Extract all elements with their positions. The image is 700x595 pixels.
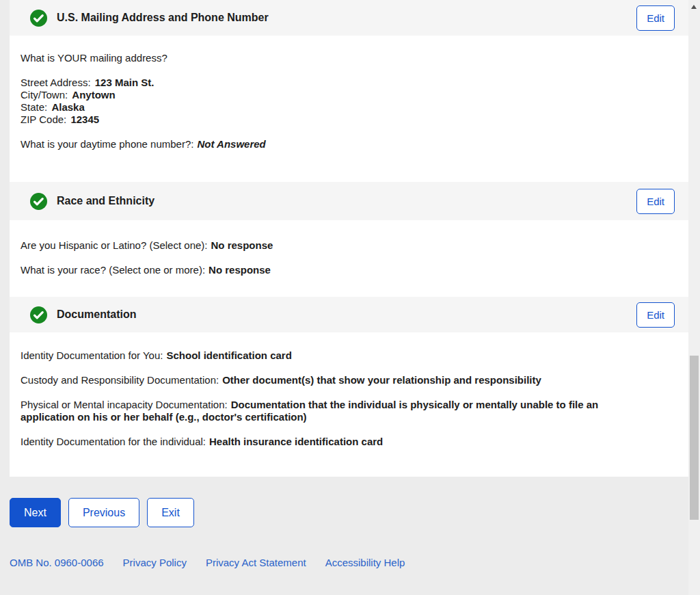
qa-label: Physical or Mental incapacity Documentat… [21, 399, 228, 410]
section-title: U.S. Mailing Address and Phone Number [57, 12, 269, 24]
privacy-policy-link[interactable]: Privacy Policy [123, 557, 187, 568]
qa-label: Street Address: [21, 77, 91, 88]
section-documentation: Documentation Edit Identity Documentatio… [10, 297, 688, 477]
edit-race-ethnicity-button[interactable]: Edit [636, 189, 675, 214]
complete-check-icon [30, 306, 47, 323]
form-navigation: Next Previous Exit [10, 498, 688, 527]
qa-value-not-answered: Not Answered [197, 138, 265, 150]
race-row: What is your race? (Select one or more):… [21, 264, 668, 276]
address-line: Street Address: 123 Main St. [21, 77, 668, 89]
qa-label: State: [21, 101, 47, 113]
scrollbar-track[interactable] [688, 0, 700, 595]
qa-label: Identity Documentation for the individua… [21, 436, 206, 447]
complete-check-icon [30, 193, 47, 210]
qa-value: No response [208, 264, 271, 276]
qa-value: No response [211, 239, 273, 251]
qa-value: Alaska [51, 101, 84, 113]
accessibility-help-link[interactable]: Accessibility Help [325, 557, 405, 568]
previous-button[interactable]: Previous [68, 498, 139, 527]
hispanic-latino-row: Are you Hispanic or Latino? (Select one)… [21, 239, 668, 252]
address-line: State: Alaska [21, 101, 668, 114]
section-body-documentation: Identity Documentation for You:School id… [10, 332, 688, 477]
qa-value: School identification card [166, 349, 291, 361]
page-footer: OMB No. 0960-0066 Privacy Policy Privacy… [10, 557, 688, 568]
incapacity-doc-row: Physical or Mental incapacity Documentat… [21, 399, 650, 423]
identity-doc-you-row: Identity Documentation for You:School id… [21, 349, 650, 362]
complete-check-icon [30, 10, 47, 27]
exit-button[interactable]: Exit [147, 498, 194, 527]
phone-number-row: What is your daytime phone number?:Not A… [21, 138, 668, 150]
edit-documentation-button[interactable]: Edit [636, 302, 675, 328]
scroll-up-arrow-icon[interactable] [691, 5, 697, 9]
identity-doc-individual-row: Identity Documentation for the individua… [21, 436, 650, 448]
qa-value: Other document(s) that show your relatio… [222, 374, 541, 386]
qa-label: City/Town: [21, 89, 68, 101]
qa-label: What is your race? (Select one or more): [21, 264, 205, 276]
qa-value: 12345 [70, 114, 99, 125]
qa-value: Anytown [72, 89, 115, 101]
review-page-content: U.S. Mailing Address and Phone Number Ed… [10, 0, 688, 568]
section-header-race-ethnicity: Race and Ethnicity Edit [10, 182, 688, 220]
omb-number: OMB No. 0960-0066 [10, 557, 104, 568]
edit-mailing-address-button[interactable]: Edit [636, 5, 675, 31]
privacy-act-statement-link[interactable]: Privacy Act Statement [206, 557, 306, 568]
address-line: ZIP Code: 12345 [21, 114, 668, 126]
qa-value: Health insurance identification card [209, 436, 383, 447]
scrollbar-thumb[interactable] [690, 356, 699, 520]
custody-doc-row: Custody and Responsibility Documentation… [21, 374, 650, 386]
qa-label: What is your daytime phone number?: [21, 138, 193, 150]
mailing-address-question: What is YOUR mailing address? [21, 52, 668, 64]
address-line: City/Town: Anytown [21, 89, 668, 101]
section-body-race-ethnicity: Are you Hispanic or Latino? (Select one)… [10, 220, 688, 297]
section-body-mailing-address: What is YOUR mailing address? Street Add… [10, 36, 688, 182]
qa-label: Are you Hispanic or Latino? (Select one)… [21, 239, 207, 251]
address-summary: Street Address: 123 Main St. City/Town: … [21, 77, 668, 126]
next-button[interactable]: Next [10, 498, 61, 527]
qa-label: Identity Documentation for You: [21, 349, 163, 361]
qa-label: Custody and Responsibility Documentation… [21, 374, 219, 386]
section-header-mailing-address: U.S. Mailing Address and Phone Number Ed… [10, 0, 688, 36]
section-title: Documentation [57, 308, 136, 321]
page-background: { "colors": { "primary_blue": "#1353ce",… [0, 0, 700, 595]
qa-label: ZIP Code: [21, 114, 66, 125]
section-mailing-address: U.S. Mailing Address and Phone Number Ed… [10, 0, 688, 182]
section-race-ethnicity: Race and Ethnicity Edit Are you Hispanic… [10, 182, 688, 297]
qa-value: 123 Main St. [95, 77, 154, 88]
section-header-documentation: Documentation Edit [10, 297, 688, 332]
section-title: Race and Ethnicity [57, 195, 154, 207]
